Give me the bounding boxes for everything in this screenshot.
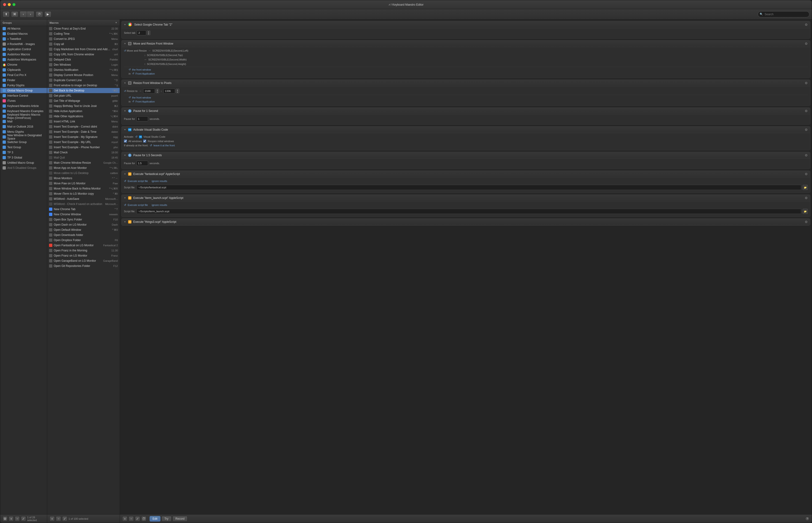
group-item-switcher[interactable]: Switcher Group [0, 140, 47, 145]
macro-item[interactable]: Dismiss Notification ^⌥⌘§ [47, 67, 120, 72]
app-target-label[interactable]: Front Application [136, 72, 155, 75]
macro-item[interactable]: Delayed Click Palette [47, 57, 120, 62]
iterm-browse-btn[interactable]: 📁 [802, 209, 808, 214]
macro-item[interactable]: Happy Birthday Text to Uncle Josè ⌘J [47, 104, 120, 109]
macro-item[interactable]: Open Fantastical on LG Monitor Fantastic… [47, 243, 120, 248]
macro-item[interactable]: Insert HTML Link Menu [47, 119, 120, 124]
macro-item[interactable]: Get plain URL puurrl [47, 93, 120, 98]
stepper-up-btn[interactable]: ▲ [156, 89, 159, 91]
macro-item[interactable]: Open Franz in the Morning 11:30 [47, 248, 120, 253]
group-item-audavoxx-ws[interactable]: AudaVoxx Workspaces [0, 57, 47, 62]
stepper-down-btn[interactable]: ▼ [156, 91, 159, 93]
macro-item[interactable]: Insert Text Example - My URL myurl [47, 140, 120, 145]
stepper-up-button[interactable]: ▲ [147, 31, 150, 33]
macro-item[interactable]: Open Box Sync Folder F10 [47, 217, 120, 222]
macro-item[interactable]: Move Paw on LG Monitor Paw [47, 181, 120, 186]
add-macro-button[interactable]: + [50, 516, 55, 521]
macro-item[interactable]: Open Dropbox Folder F6 [47, 238, 120, 243]
macro-item[interactable]: Duplicate Current Line ⌃D [47, 78, 120, 83]
group-item-clipboards[interactable]: Clipboards [0, 67, 47, 72]
macro-item[interactable]: Open Dash on LG Monitor Dash [47, 222, 120, 227]
action-gear-pause-1[interactable]: ⚙ [805, 109, 808, 113]
check-action[interactable]: ✓ [135, 516, 140, 521]
macro-item[interactable]: Move Monitors ^⌃→ [47, 176, 120, 181]
action-header-resize-pixels[interactable]: ▼ Resize Front Window to Pixels ⚙ [122, 80, 810, 87]
macro-item[interactable]: MSWord - Check if saved on activation Mi… [47, 201, 120, 206]
stepper-down-button[interactable]: ▼ [147, 33, 150, 35]
group-item-interface[interactable]: Interface Control [0, 93, 47, 98]
macro-item[interactable]: Open Git Repositories Folder F12 [47, 264, 120, 269]
macro-item[interactable]: Insert Text Example - My Signature sigg [47, 134, 120, 140]
macro-item[interactable]: Open Franz on LG Monitor Franz [47, 253, 120, 258]
action-header-vscode[interactable]: ▼ VS Activate Visual Studio Code ⚙ [122, 126, 810, 133]
macro-item[interactable]: Copy all ⌘ℓ [47, 41, 120, 47]
ignore-results-label2[interactable]: ignore results [152, 203, 167, 206]
group-item-tp3global[interactable]: TP 3 Global [0, 155, 47, 160]
nav-back-button[interactable]: ‹ [20, 11, 27, 17]
macro-item[interactable]: Move Window Back to Retina Monitor ^⌥⌘R [47, 186, 120, 191]
action-header-chrome-tab[interactable]: ▼ Select Google Chrome Tab "2" ⚙ [122, 21, 810, 29]
resize-width-input[interactable] [143, 88, 155, 94]
group-item-chrome[interactable]: Chrome [0, 62, 47, 67]
macro-item[interactable]: Hide Active Application ^⌘H [47, 109, 120, 114]
action-header-things[interactable]: ▼ ⚙ Execute "things3.scpt" AppleScript ⚙ [122, 219, 810, 226]
action-gear-things[interactable]: ⚙ [805, 220, 808, 224]
action-header-pause-1-5[interactable]: ▼ i Pause for 1.5 Seconds ⚙ [122, 152, 810, 159]
add-group-button[interactable]: ⚙ [3, 516, 7, 521]
group-item-newwindow[interactable]: New Window in Designated Space [0, 134, 47, 140]
pause-1-input[interactable] [136, 116, 148, 122]
group-item-all[interactable]: All Macros [0, 26, 47, 31]
macro-item[interactable]: MSWord - AutoSave Microsoft... [47, 196, 120, 201]
maximize-button[interactable] [13, 3, 16, 6]
shortcut-button[interactable]: ⌘ [11, 11, 18, 17]
macro-item[interactable]: Mail Quit 18:45 [47, 155, 120, 160]
group-item-test[interactable]: Test Group [0, 145, 47, 150]
tab-number-input[interactable] [137, 30, 146, 35]
group-item-kmmacros[interactable]: Keyboard Maestro Macros Repo (OmniFocus) [0, 114, 47, 119]
action-gear-pause-1-5[interactable]: ⚙ [805, 154, 808, 157]
remove-group[interactable]: − [15, 516, 20, 521]
action-header-fantastical[interactable]: ▼ ⚙ Execute "fantastical.scpt" AppleScri… [122, 171, 810, 178]
app-target-label2[interactable]: Front Application [136, 100, 155, 103]
macro-item[interactable]: Hide Other Applications ⌥⌘H [47, 114, 120, 119]
macro-item[interactable]: Open Downloads folder [47, 232, 120, 238]
reopen-checkbox[interactable] [143, 140, 146, 143]
macro-item[interactable]: Display Current Mouse Position Menu [47, 72, 120, 78]
close-button[interactable] [3, 3, 6, 6]
action-header-iterm[interactable]: ▼ ⚙ Execute "iterm_launch.scpt" AppleScr… [122, 195, 810, 201]
group-item-rocketink[interactable]: # RocketINK - Images [0, 41, 47, 47]
group-item-tp3[interactable]: TP 3 [0, 150, 47, 155]
execute-script-label2[interactable]: Execute script file [128, 203, 148, 206]
group-item-untitled[interactable]: Untitled Macro Group [0, 160, 47, 165]
add-action-button[interactable]: + [122, 516, 127, 521]
action-gear-chrome-tab[interactable]: ⚙ [805, 23, 808, 26]
play-button[interactable]: ▶ [45, 11, 51, 17]
window-target-label[interactable]: the front window [132, 68, 151, 71]
group-item-itunes[interactable]: iTunes [0, 98, 47, 104]
macro-item[interactable]: New Chrome Window newwin [47, 212, 120, 217]
all-windows-checkbox[interactable] [124, 140, 127, 143]
macro-item[interactable]: Open GarageBand on LG Monitor GarageBand [47, 258, 120, 264]
try-button[interactable]: Try [161, 516, 172, 522]
stepper-down-btn2[interactable]: ▼ [176, 91, 179, 93]
fantastical-browse-btn[interactable]: 📁 [802, 185, 808, 190]
group-item-finder[interactable]: Finder [0, 78, 47, 83]
macro-item[interactable]: Mover iTerm to LG Monitor copy ⌃⌘I [47, 191, 120, 196]
help-button[interactable]: ? [805, 517, 809, 521]
macro-item[interactable]: Open Default Window ⌃⌘0 [47, 227, 120, 232]
clock-action[interactable]: ⏱ [141, 516, 146, 521]
macro-item[interactable]: New Chrome Tab ⌃T [47, 206, 120, 212]
group-item-mail-outlook[interactable]: Mail or Outlook 2016 [0, 124, 47, 129]
macro-item[interactable]: Get Title of Webpage gtitle [47, 98, 120, 104]
macro-item[interactable]: Coding Time ^⌥⌘K [47, 31, 120, 36]
clock-button[interactable]: ⏱ [36, 11, 43, 17]
execute-script-label[interactable]: Execute script file [128, 180, 148, 182]
action-gear-vscode[interactable]: ⚙ [805, 128, 808, 131]
action-header-move-resize[interactable]: ▼ Move and Resize Front Window ⚙ [122, 40, 810, 47]
remove-action[interactable]: − [129, 516, 134, 521]
group-item-appcontrol[interactable]: Application Control [0, 47, 47, 52]
macro-item[interactable]: Close Franz at Day's End 22:30 [47, 26, 120, 31]
group-item-finalcut[interactable]: Final Cut Pro X [0, 72, 47, 78]
macro-item-mailcheck[interactable]: Mail Check 18:00 [47, 150, 120, 155]
macro-item[interactable]: Move App on Acer Monitor ^⌥⌘L [47, 165, 120, 170]
